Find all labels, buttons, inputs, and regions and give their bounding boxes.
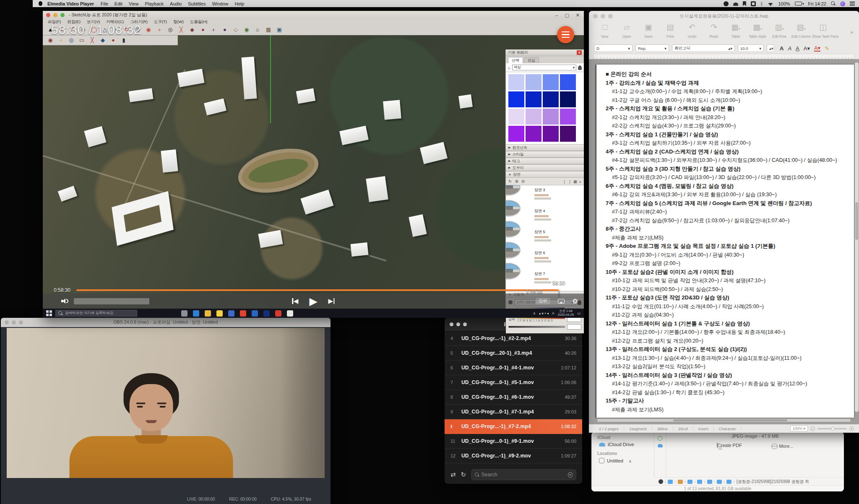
tray-tab-edit[interactable]: 편집 [524, 57, 539, 63]
color-swatch[interactable] [526, 91, 541, 107]
font-dropdown[interactable]: 휴먼고딕▴▾ [672, 44, 735, 52]
menubar-item[interactable]: View [129, 1, 139, 6]
sketchup-tool-icon[interactable]: ▮ [120, 36, 128, 44]
playlist-row[interactable]: 4 UD_CG-Progr...-1)_#2-2.mp4 30:36 [445, 331, 582, 346]
tray-section-header[interactable]: ▶태그 [506, 158, 584, 164]
sketchup-tool-icon[interactable]: ╳ [177, 26, 185, 34]
zoom-in-button[interactable]: + [849, 426, 854, 431]
color-swatch[interactable] [508, 109, 524, 125]
window-control-glyph[interactable]: – [555, 13, 558, 18]
hwp-document-area[interactable]: ■ 온라인 강의 순서1주 - 강의소개 / 실습 및 재택수업 과제#1-1강… [589, 59, 859, 424]
tray-section-header[interactable]: ▶스타일 [506, 151, 584, 158]
path-disk-icon[interactable] [659, 479, 663, 484]
sketchup-tool-icon[interactable]: ● [109, 36, 117, 44]
paint-icon[interactable] [578, 65, 582, 70]
previous-button[interactable]: ◀ [292, 297, 298, 305]
minimize-button[interactable] [53, 13, 57, 17]
menubar-item[interactable]: Edit [115, 1, 122, 6]
sketchup-menu-item[interactable]: 도움말(H) [190, 19, 208, 25]
taskbar-app-icon[interactable] [287, 310, 293, 317]
notification-icon[interactable]: ▭ [577, 311, 580, 315]
wifi-icon[interactable] [768, 2, 773, 6]
window-control-glyph[interactable]: ▢ [565, 13, 569, 18]
path-folder-icon[interactable] [668, 480, 673, 484]
tray-tab-select[interactable]: 선택 [508, 57, 523, 63]
tray-section-scenes[interactable]: ▼장면 [506, 171, 584, 178]
volume-icon[interactable] [61, 298, 70, 304]
path-folder-icon[interactable] [726, 480, 731, 484]
sketchup-tool-icon[interactable]: ◉ [46, 36, 55, 44]
underline-button[interactable]: A [796, 45, 799, 52]
path-file-name[interactable]: [권형준-21925998]21925998 권형준 최 [737, 479, 809, 485]
scene-option-icon[interactable]: ❳ [568, 179, 572, 184]
horizontal-scrollbar[interactable] [597, 419, 851, 422]
search-options-icon[interactable]: ▾ [568, 472, 573, 478]
font-size-dropdown[interactable]: 10.0▾ [738, 44, 764, 52]
scene-item[interactable]: 장면 3 [508, 187, 578, 203]
tray-section-header[interactable]: ▶도우미 [506, 164, 584, 171]
playlist-row[interactable]: 6 UD_CG-Progr...0-1)_#4-1.mov 1:07:12 [445, 361, 582, 375]
sketchup-tool-icon[interactable]: ▭ [78, 36, 86, 44]
sketchup-tool-icon[interactable]: ▣ [275, 26, 284, 34]
sketchup-tool-icon[interactable]: ● [221, 26, 229, 34]
dark-value-box[interactable] [567, 324, 581, 330]
sketchup-tool-icon[interactable]: ◉ [144, 26, 153, 34]
menubar-item[interactable]: Window [212, 1, 228, 6]
hwp-toolbar-button[interactable]: ▦▾ Table [725, 22, 747, 39]
bluetooth-icon[interactable]: ᛒ [760, 1, 763, 6]
scene-item[interactable]: 장면 6 [508, 250, 578, 265]
menubar-clock[interactable]: Fri 14:22 [808, 1, 826, 6]
hwp-toolbar-button[interactable]: ◫ Show Task Pane [812, 22, 834, 39]
scene-item[interactable]: 장면 5 [508, 229, 578, 244]
sketchup-tool-icon[interactable]: ◐ [210, 26, 218, 34]
color-swatch[interactable] [560, 74, 576, 90]
zoom-slider[interactable] [817, 428, 847, 429]
hwp-toolbar-button[interactable]: ▣ Save [638, 22, 659, 39]
zoom-button[interactable] [60, 13, 65, 17]
path-folder-icon[interactable] [687, 480, 692, 484]
bookmark-menubar-icon[interactable] [743, 1, 746, 6]
battery-icon[interactable] [795, 2, 804, 5]
playlist-row[interactable]: 5 UD_CG-Progr...20-1)_#3.mp4 40:26 [445, 346, 582, 361]
toolbar-overflow-icon[interactable]: » [850, 26, 853, 35]
color-swatch[interactable] [560, 109, 576, 125]
repeat-icon[interactable]: ↻ [461, 471, 466, 478]
vertical-scrollbar[interactable] [855, 62, 859, 412]
sketchup-tool-icon[interactable]: ● [199, 26, 207, 34]
taskbar-app-icon[interactable] [252, 310, 258, 317]
siri-icon[interactable] [840, 1, 845, 6]
next-button[interactable]: ▶ [328, 297, 335, 305]
sidebar-item-icloud-drive[interactable]: iCloud Drive [599, 442, 654, 447]
taskbar-app-icon[interactable] [240, 310, 246, 317]
tray-section-header[interactable]: ▶컴포넌트 [506, 144, 584, 151]
add-scene-icon[interactable]: ⊕ [515, 179, 518, 184]
playlist-search-input[interactable] [482, 472, 565, 478]
color-swatch[interactable] [543, 74, 559, 90]
dark-slider[interactable] [508, 326, 565, 328]
tray-chevron-icon[interactable]: ∧ [533, 311, 536, 315]
scene-menu-icon[interactable]: ◒ [579, 179, 581, 184]
color-swatch[interactable] [526, 126, 541, 142]
color-swatch[interactable] [543, 126, 559, 142]
path-folder-icon[interactable] [717, 480, 722, 484]
italic-button[interactable]: A [788, 45, 791, 52]
window-control-glyph[interactable]: ✕ [576, 13, 580, 18]
spotlight-icon[interactable] [831, 1, 836, 6]
scene-item[interactable]: 장면 7 [508, 271, 578, 286]
color-swatch[interactable] [508, 126, 524, 142]
refresh-icon[interactable]: ↻ [508, 179, 512, 184]
color-swatch[interactable] [508, 91, 524, 107]
color-swatch[interactable] [526, 109, 541, 125]
sketchup-tool-icon[interactable]: ◉ [242, 26, 251, 34]
ime-indicator[interactable]: A [552, 311, 554, 315]
taskbar-app-icon[interactable] [205, 310, 211, 317]
outline-button[interactable]: A▾ [804, 45, 810, 52]
hwp-toolbar-button[interactable]: ▩▾ Table Style [747, 22, 768, 39]
bold-button[interactable]: A [780, 45, 784, 52]
settings-gear-icon[interactable]: ⚙ [572, 297, 578, 305]
taskbar-app-icon[interactable] [228, 310, 234, 317]
obs-menubar-icon[interactable] [724, 1, 729, 6]
input-source-icon[interactable] [751, 1, 756, 6]
size-stepper[interactable]: ▴▾ [767, 44, 774, 52]
create-pdf-button[interactable]: Create PDF [717, 443, 742, 450]
